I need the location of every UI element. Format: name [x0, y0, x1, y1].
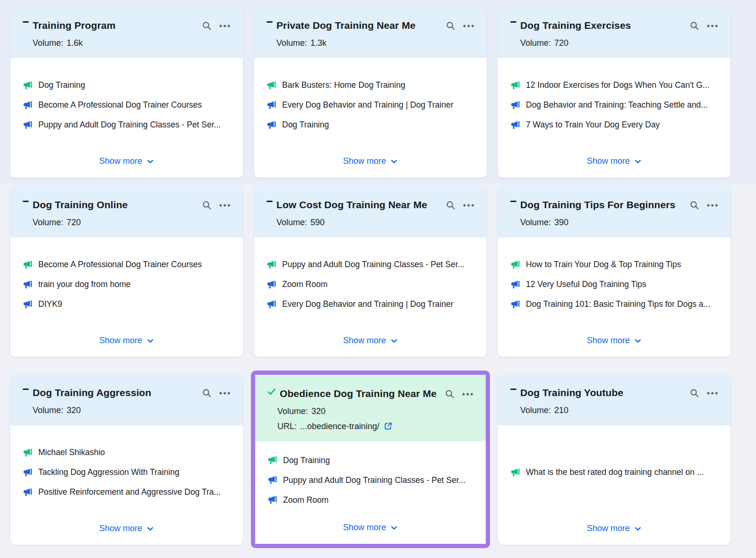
keyword-list-item: Puppy and Adult Dog Training Classes - P… — [23, 120, 231, 130]
card-lead-icon-slot — [23, 385, 29, 390]
show-more-button[interactable]: Show more — [342, 521, 399, 534]
external-link-icon[interactable] — [384, 422, 393, 431]
show-more-button[interactable]: Show more — [342, 334, 399, 347]
show-more-label: Show more — [343, 523, 386, 533]
collapse-minus-icon[interactable] — [266, 201, 273, 202]
keyword-text: Michael Shikashio — [38, 448, 105, 457]
keyword-group-card: Dog Training Tips For Beginners — [498, 186, 730, 357]
keyword-list-item: Dog Behavior and Training: Teaching Sett… — [510, 100, 718, 110]
more-options-button[interactable] — [462, 393, 473, 396]
keyword-list-item: Zoom Room — [267, 495, 473, 505]
keyword-list: Bark Busters: Home Dog TrainingEvery Dog… — [266, 62, 474, 149]
more-options-button[interactable] — [463, 204, 474, 207]
keyword-text: Dog Training — [282, 120, 329, 130]
search-keywords-button[interactable] — [689, 388, 699, 398]
show-more-label: Show more — [99, 156, 142, 166]
more-options-button[interactable] — [219, 204, 231, 207]
search-icon — [446, 200, 455, 210]
more-options-button[interactable] — [219, 392, 231, 395]
keyword-list-item: Tackling Dog Aggression With Training — [23, 467, 231, 477]
more-options-button[interactable] — [707, 25, 718, 27]
keyword-list-item: Dog Training — [267, 456, 473, 465]
card-body: Puppy and Adult Dog Training Classes - P… — [254, 237, 487, 357]
keyword-text: 12 Indoor Exercises for Dogs When You Ca… — [526, 80, 710, 90]
keyword-text: Zoom Room — [283, 495, 328, 505]
megaphone-icon — [510, 300, 520, 309]
search-keywords-button[interactable] — [446, 21, 455, 31]
collapse-minus-icon[interactable] — [23, 21, 29, 23]
card-body: 12 Indoor Exercises for Dogs When You Ca… — [498, 58, 730, 178]
search-keywords-button[interactable] — [202, 388, 212, 398]
keyword-text: Every Dog Behavior and Training | Dog Tr… — [282, 299, 454, 309]
show-more-button[interactable]: Show more — [342, 154, 399, 168]
show-more-button[interactable]: Show more — [98, 154, 155, 168]
show-more-button[interactable]: Show more — [586, 522, 643, 535]
keyword-list-item: Bark Busters: Home Dog Training — [266, 80, 474, 90]
chevron-down-icon — [390, 158, 398, 165]
card-title: Private Dog Training Near Me — [276, 18, 442, 34]
search-keywords-button[interactable] — [202, 200, 212, 210]
volume-value: 210 — [554, 405, 568, 416]
cards-row-2: Dog Training Online — [10, 186, 730, 357]
keyword-text: How to Train Your Dog & Top Training Tip… — [526, 260, 681, 270]
card-actions — [202, 200, 231, 210]
megaphone-icon — [266, 120, 276, 130]
search-icon — [689, 21, 699, 31]
more-options-button[interactable] — [219, 25, 231, 27]
show-more-button[interactable]: Show more — [586, 154, 643, 168]
chevron-down-icon — [146, 525, 154, 533]
keyword-list-item: Puppy and Adult Dog Training Classes - P… — [266, 260, 474, 270]
collapse-minus-icon[interactable] — [23, 201, 29, 202]
keyword-cards-grid: Training Program — [10, 0, 730, 545]
card-lead-icon-slot — [23, 18, 29, 23]
keyword-text: Dog Behavior and Training: Teaching Sett… — [526, 100, 708, 110]
card-title: Training Program — [33, 18, 198, 34]
collapse-minus-icon[interactable] — [510, 201, 516, 202]
card-lead-icon-slot — [266, 197, 273, 202]
chevron-down-icon — [146, 337, 154, 345]
collapse-minus-icon[interactable] — [510, 21, 516, 23]
card-actions — [202, 21, 231, 31]
search-keywords-button[interactable] — [445, 389, 455, 399]
keyword-list-item: train your dog from home — [23, 279, 231, 289]
card-body: What is the best rated dog training chan… — [498, 425, 730, 545]
show-more-button[interactable]: Show more — [98, 334, 155, 347]
more-options-button[interactable] — [463, 25, 474, 27]
keyword-list-item: 12 Very Useful Dog Training Tips — [510, 279, 718, 289]
card-actions — [445, 389, 473, 399]
show-more-label: Show more — [587, 156, 630, 166]
keyword-text: Become A Professional Dog Trainer Course… — [38, 100, 202, 110]
megaphone-icon — [510, 260, 520, 270]
search-keywords-button[interactable] — [446, 200, 455, 210]
search-keywords-button[interactable] — [689, 21, 699, 31]
card-lead-icon-slot — [23, 197, 29, 202]
keyword-list: What is the best rated dog training chan… — [510, 429, 718, 516]
keyword-group-card: Dog Training Youtube — [498, 374, 730, 545]
megaphone-icon — [510, 468, 520, 477]
more-options-button[interactable] — [707, 392, 718, 395]
megaphone-icon — [23, 260, 32, 270]
show-more-label: Show more — [99, 524, 142, 533]
search-keywords-button[interactable] — [689, 200, 699, 210]
collapse-minus-icon[interactable] — [266, 21, 273, 23]
card-title-row: Dog Training Youtube — [510, 385, 718, 401]
search-keywords-button[interactable] — [202, 21, 212, 31]
more-options-button[interactable] — [707, 204, 718, 207]
card-body: How to Train Your Dog & Top Training Tip… — [498, 237, 730, 357]
collapse-minus-icon[interactable] — [510, 389, 516, 390]
kebab-menu-icon — [707, 25, 718, 27]
url-label: URL: — [277, 421, 297, 432]
keyword-list-item: Become A Professional Dog Trainer Course… — [23, 100, 231, 110]
keyword-text: Puppy and Adult Dog Training Classes - P… — [38, 120, 221, 130]
selected-check-icon — [267, 388, 276, 396]
card-title: Obedience Dog Training Near Me — [280, 386, 441, 402]
volume-label: Volume: — [520, 217, 551, 228]
keyword-group-card: Dog Training Online — [10, 186, 243, 357]
show-more-button[interactable]: Show more — [586, 334, 643, 347]
card-title: Dog Training Aggression — [33, 385, 198, 401]
show-more-button[interactable]: Show more — [98, 522, 155, 535]
volume-line: Volume: 720 — [510, 37, 718, 49]
collapse-minus-icon[interactable] — [23, 389, 29, 390]
volume-line: Volume: 390 — [510, 217, 718, 228]
keyword-text: Zoom Room — [282, 279, 327, 289]
